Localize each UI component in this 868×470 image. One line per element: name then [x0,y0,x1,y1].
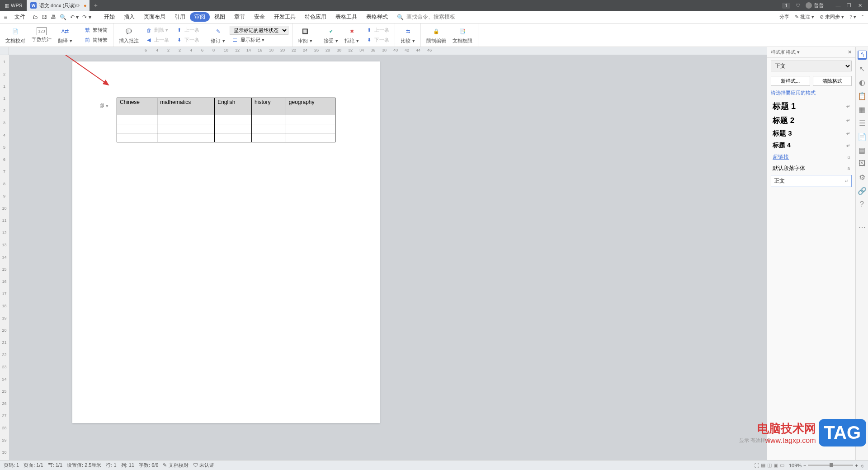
delete-comment-button[interactable]: 🗑删除 ▾ [143,26,171,35]
tab-close-icon[interactable]: ● [84,3,87,9]
reject-button[interactable]: ✖拒绝 ▾ [343,25,361,45]
view-outline-icon[interactable]: ▣ [774,462,778,468]
note-button[interactable]: ✎ 批注 ▾ [795,14,814,20]
zoom-value[interactable]: 109% [789,463,802,468]
side-link-icon[interactable]: 🔗 [858,186,867,195]
zoom-in-icon[interactable]: + [855,463,858,468]
view-read-icon[interactable]: ▭ [780,462,784,468]
side-clipboard-icon[interactable]: 📋 [858,91,867,100]
status-page-no[interactable]: 页码: 1 [4,462,19,469]
side-grid-icon[interactable]: ▦ [858,105,867,114]
accept-button[interactable]: ✔接受 ▾ [322,25,340,45]
style-item[interactable]: 默认段落字体a [771,164,852,173]
table-row[interactable] [117,133,335,142]
new-tab-button[interactable]: + [90,2,102,9]
compare-button[interactable]: ⇆比较 ▾ [399,25,417,45]
translate-button[interactable]: A⇄翻译 ▾ [56,25,74,45]
table-header-cell[interactable]: English [215,98,252,115]
share-button[interactable]: 分享 [779,14,789,20]
menu-tab-0[interactable]: 开始 [99,11,119,23]
collapse-ribbon-icon[interactable]: ˆ [862,14,863,20]
show-marks-button[interactable]: ☰显示标记 ▾ [230,36,288,45]
menu-tab-11[interactable]: 表格样式 [362,11,392,23]
clear-format-button[interactable]: 清除格式 [813,76,852,86]
side-more-icon[interactable]: ▤ [858,146,867,155]
style-item[interactable]: 正文↵ [771,175,852,187]
table-header-cell[interactable]: mathematics [157,98,215,115]
document-tab[interactable]: W 语文.docx (只读) ⟳ ● [27,0,90,11]
style-item[interactable]: 标题 2↵ [771,114,852,127]
style-item[interactable]: 标题 4↵ [771,141,852,150]
window-minimize[interactable]: — [834,2,843,9]
menu-tab-10[interactable]: 表格工具 [331,11,362,23]
zoom-fit-icon[interactable]: ☼ [860,463,864,468]
doc-permission-button[interactable]: 📑文档权限 [451,25,474,45]
menu-tab-9[interactable]: 特色应用 [300,11,331,23]
menu-tab-7[interactable]: 安全 [250,11,269,23]
style-item[interactable]: 标题 3↵ [771,128,852,139]
qa-preview-icon[interactable]: 🔍 [60,14,66,20]
qa-open-icon[interactable]: 🗁 [33,14,38,20]
status-proof[interactable]: ✎ 文档校对 [163,462,188,469]
table-row[interactable] [117,115,335,124]
menu-tab-4[interactable]: 审阅 [190,12,210,22]
page[interactable]: 🗐 ▾ ChinesemathematicsEnglishhistorygeog… [72,61,380,423]
help-icon[interactable]: ? ▾ [849,14,856,20]
view-print-icon[interactable]: ▦ [761,462,765,468]
file-menu[interactable]: 文件 [11,13,29,21]
qa-print-icon[interactable]: 🖶 [51,14,56,20]
side-overflow-icon[interactable]: ⋯ [858,222,867,231]
restrict-edit-button[interactable]: 🔒限制编辑 [425,25,448,45]
horizontal-ruler[interactable]: 6422468101214161820222426283032343638404… [9,47,767,55]
style-item[interactable]: 超链接a [771,152,852,162]
side-doc-icon[interactable]: 📄 [858,132,867,141]
current-style-select[interactable]: 正文 [771,61,852,71]
document-canvas[interactable]: 🗐 ▾ ChinesemathematicsEnglishhistorygeog… [9,55,767,460]
status-words[interactable]: 字数: 6/6 [139,462,158,469]
revise-button[interactable]: ✎修订 ▾ [209,25,227,45]
document-table[interactable]: ChinesemathematicsEnglishhistorygeograph… [117,98,335,142]
menu-tab-3[interactable]: 引用 [170,11,190,23]
qa-save-icon[interactable]: 🖫 [42,14,47,20]
menu-tab-2[interactable]: 页面布局 [139,11,170,23]
zoom-out-icon[interactable]: − [803,463,806,468]
menu-tab-8[interactable]: 开发工具 [269,11,300,23]
markup-state-select[interactable]: 显示标记的最终状态 [230,26,288,35]
qa-undo-icon[interactable]: ↶ ▾ [70,14,79,20]
window-close[interactable]: ✕ [855,2,864,9]
app-logo[interactable]: ▥ WPS [0,3,27,9]
insert-comment-button[interactable]: 💬插入批注 [117,25,141,45]
outline-icon[interactable]: 🗐 ▾ [99,103,108,109]
table-header-cell[interactable]: geography [286,98,335,115]
tab-refresh-icon[interactable]: ⟳ [76,3,80,9]
review-pane-button[interactable]: 🔲审阅 ▾ [296,25,314,45]
side-image-icon[interactable]: 🖼 [858,159,867,168]
status-verify[interactable]: 🛡 未认证 [193,462,214,469]
side-outline-icon[interactable]: ☰ [858,118,867,127]
proofread-button[interactable]: 📄文档校对 [4,25,27,45]
side-styles-icon[interactable]: 🅰 [858,51,867,60]
table-row[interactable] [117,124,335,133]
new-style-button[interactable]: 新样式... [771,76,810,86]
side-shapes-icon[interactable]: ◐ [858,78,867,87]
side-select-icon[interactable]: ↖ [858,64,867,73]
table-header-cell[interactable]: history [252,98,286,115]
side-help-icon[interactable]: ? [858,200,867,209]
menu-icon[interactable]: ≡ [0,14,11,20]
zoom-slider[interactable] [808,465,853,466]
status-page[interactable]: 页面: 1/1 [24,462,43,469]
trad-to-simp-button[interactable]: 繁繁转简 [82,26,109,35]
styles-panel-close-icon[interactable]: ✕ [848,49,852,55]
table-header-row[interactable]: ChinesemathematicsEnglishhistorygeograph… [117,98,335,115]
style-item[interactable]: 标题 1↵ [771,100,852,113]
menu-tab-1[interactable]: 插入 [119,11,139,23]
qa-redo-icon[interactable]: ↷ ▾ [82,14,91,20]
menu-tab-5[interactable]: 视图 [210,11,230,23]
sync-button[interactable]: ⊘ 未同步 ▾ [820,14,844,20]
window-restore[interactable]: ❐ [844,2,854,9]
user-avatar[interactable]: 普普 [806,2,824,9]
simp-to-trad-button[interactable]: 简简转繁 [82,36,109,45]
status-section[interactable]: 节: 1/1 [48,462,62,469]
view-web-icon[interactable]: ◫ [767,462,772,468]
menu-tab-6[interactable]: 章节 [230,11,250,23]
